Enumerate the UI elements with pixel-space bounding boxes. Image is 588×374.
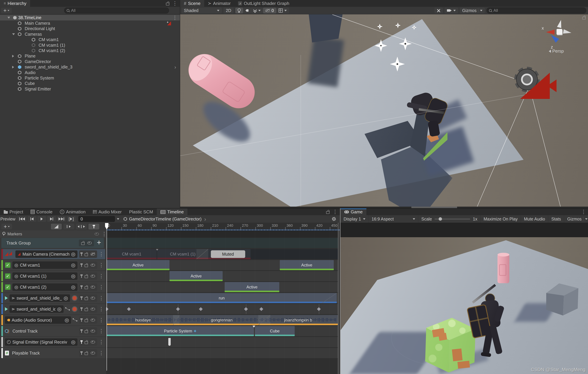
track-signal-emitter-signal-receiv[interactable]: Signal Emitter (Signal Receiv◎⋮ <box>1 337 105 347</box>
pin-icon[interactable] <box>81 352 82 355</box>
hierarchy-item-cameras[interactable]: Cameras <box>0 31 180 37</box>
kebab-menu-icon[interactable]: ⋮ <box>99 285 104 290</box>
eye-icon[interactable] <box>91 319 95 322</box>
eye-icon[interactable] <box>91 341 95 343</box>
pin-icon[interactable] <box>81 341 82 344</box>
audio-toggle[interactable] <box>243 8 251 13</box>
lock-icon[interactable] <box>84 352 88 355</box>
lane-7[interactable]: Particle SystemCube <box>106 326 338 336</box>
scene-viewport[interactable]: xzPersp <box>180 14 588 208</box>
viewport-lock-icon[interactable] <box>582 17 586 20</box>
2d-toggle[interactable]: 2D <box>223 8 234 13</box>
kebab-menu-icon[interactable]: ⋮ <box>99 307 104 312</box>
kebab-menu-icon[interactable]: ⋮ <box>581 209 586 214</box>
cinemachine-camera-gizmo[interactable] <box>513 63 556 106</box>
scene-hscrollbar-thumb[interactable] <box>411 207 457 208</box>
track-active-checkbox[interactable]: ✓ <box>5 262 11 268</box>
clip-run[interactable]: run <box>106 293 337 303</box>
hierarchy-item-cm-vcam1-2[interactable]: CM vcam1 (2) <box>0 48 180 53</box>
track-sword-and-shield-idle[interactable]: ⋗sword_and_shield_idle_◎⋮ <box>1 293 105 303</box>
pin-icon[interactable] <box>81 264 82 267</box>
lane-1[interactable]: ActiveActive <box>106 260 338 270</box>
game-viewport[interactable]: CSDN @Star_MengMeng <box>341 223 588 374</box>
tab-timeline[interactable]: Timeline <box>157 208 188 215</box>
slider-knob[interactable] <box>439 217 442 221</box>
grid-dropdown[interactable] <box>276 8 289 13</box>
hierarchy-item-main-camera[interactable]: Main Camera <box>0 21 180 26</box>
eye-slash-icon[interactable] <box>91 253 95 256</box>
eye-icon[interactable] <box>91 286 95 289</box>
clip-active[interactable]: Active <box>225 282 279 292</box>
lane-3[interactable]: Active <box>106 282 338 292</box>
lock-icon[interactable] <box>84 286 88 289</box>
kebab-menu-icon[interactable]: ⋮ <box>172 1 178 6</box>
maximize-on-play-button[interactable]: Maximize On Play <box>480 215 521 223</box>
collapse-icon[interactable] <box>7 17 10 19</box>
lock-icon[interactable] <box>84 264 88 267</box>
audio-clip-huodaye[interactable]: huodaye <box>106 315 179 325</box>
clip-cube[interactable]: Cube <box>255 326 295 336</box>
lock-icon[interactable] <box>84 341 88 344</box>
eye-icon[interactable] <box>91 264 95 267</box>
hierarchy-item-signal-emitter[interactable]: Signal Emitter <box>0 86 180 92</box>
pin-icon[interactable] <box>81 319 82 322</box>
signal-emitter-marker[interactable] <box>168 338 171 346</box>
curves-icon[interactable] <box>65 307 70 311</box>
kebab-menu-icon[interactable]: ⋮ <box>99 318 104 322</box>
hierarchy-item-cm-vcam1[interactable]: CM vcam1 <box>0 37 180 42</box>
panel-splitter[interactable] <box>338 223 338 374</box>
tab-game[interactable]: Game <box>341 208 366 215</box>
lane-6[interactable]: huodayegongrennanjisanzhongxin b <box>106 315 338 325</box>
kebab-menu-icon[interactable]: ⋮ <box>333 209 338 214</box>
keyframe-diamond[interactable] <box>199 307 203 311</box>
timeline-ruler[interactable]: 0306090120150180210240270300330360390420… <box>106 223 340 230</box>
pin-icon[interactable] <box>81 297 82 300</box>
lock-icon[interactable] <box>84 275 88 278</box>
slider-track[interactable] <box>435 219 470 219</box>
tab-scene[interactable]: #Scene <box>180 0 204 7</box>
track-name-pill[interactable]: ⋗sword_and_shield_id◎ <box>10 305 63 313</box>
lock-icon[interactable] <box>84 308 88 311</box>
eye-icon[interactable] <box>91 308 95 311</box>
track-binding-target-icon[interactable]: ◎ <box>57 307 62 312</box>
track-binding-target-icon[interactable]: ◎ <box>71 340 75 344</box>
curves-icon[interactable] <box>73 318 77 322</box>
kebab-menu-icon[interactable]: ⋮ <box>99 296 104 301</box>
lock-icon[interactable] <box>84 319 88 322</box>
lock-icon[interactable] <box>84 330 88 333</box>
track-playable-track[interactable]: #Playable Track⋮ <box>1 348 105 358</box>
track-name-pill[interactable]: ◎CM vcam1 (1)◎ <box>12 272 77 280</box>
tab-outlight-shader-graph[interactable]: ♪OutLight Shader Graph <box>234 0 293 7</box>
shading-dropdown[interactable]: Shaded <box>181 8 222 13</box>
pin-icon[interactable] <box>81 330 82 333</box>
keyframe-diamond[interactable] <box>176 307 180 311</box>
hierarchy-item-cm-vcam1-1[interactable]: CM vcam1 (1) <box>0 42 180 48</box>
frame-dropdown-icon[interactable] <box>117 218 119 220</box>
track-binding-target-icon[interactable]: ◎ <box>63 296 68 301</box>
track-binding-target-icon[interactable]: ◎ <box>65 318 69 322</box>
track-name-pill[interactable]: ◎CM vcam1◎ <box>12 261 77 269</box>
timeline-breadcrumb[interactable]: GameDirectorTimeline (GameDirector) <box>129 217 201 221</box>
kebab-menu-icon[interactable]: ⋮ <box>99 340 104 344</box>
lane-0[interactable]: CM vcam1CM vcam1 (1)CM vcam1 (2)Muted <box>106 249 338 259</box>
hierarchy-item-audio[interactable]: Audio <box>0 70 180 75</box>
track-control-track[interactable]: {}Control Track⋮ <box>1 326 105 336</box>
pin-icon[interactable] <box>81 308 82 311</box>
hierarchy-item-cube[interactable]: Cube <box>0 81 180 86</box>
mute-audio-button[interactable]: Mute Audio <box>521 215 548 223</box>
hierarchy-item-sword-and-shield-idle-3[interactable]: sword_and_shield_idle_3› <box>0 64 180 70</box>
eye-icon[interactable] <box>91 275 95 278</box>
tab-hierarchy[interactable]: ≡ Hierarchy <box>0 0 30 7</box>
scene-orientation-gizmo[interactable]: xzPersp <box>544 18 576 53</box>
pin-icon[interactable] <box>81 253 82 256</box>
lane-4[interactable]: run <box>106 293 338 303</box>
track-name-pill[interactable]: Audio (Audio Source)◎ <box>5 316 71 324</box>
lock-icon[interactable] <box>84 297 88 300</box>
expander-icon[interactable] <box>12 33 15 35</box>
camera-dropdown[interactable] <box>445 8 458 13</box>
track-name-pill[interactable]: ⋗sword_and_shield_idle_◎ <box>10 294 70 302</box>
hierarchy-scene-row[interactable]: 38.TimeLine ⋮ <box>0 15 180 21</box>
eye-icon[interactable] <box>91 352 95 354</box>
expander-icon[interactable] <box>12 55 14 57</box>
track-cm-vcam1-2[interactable]: ✓◎CM vcam1 (2)◎⋮ <box>1 282 105 292</box>
